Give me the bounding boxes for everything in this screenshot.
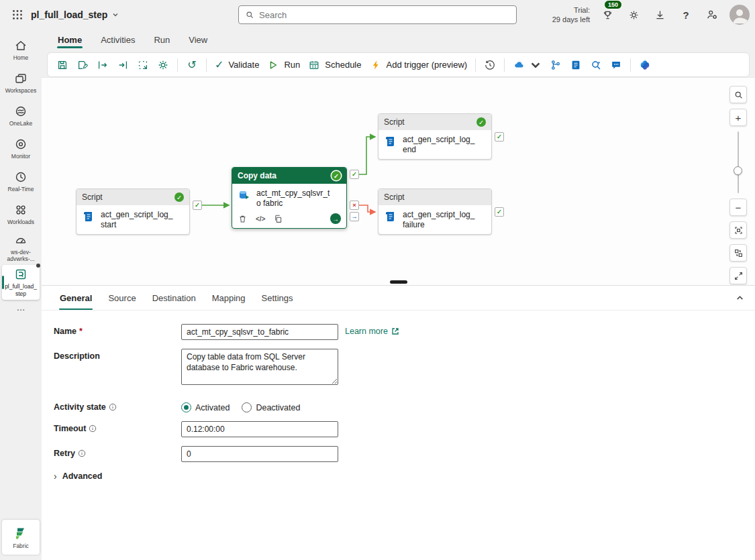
copilot-button[interactable]: [636, 56, 654, 74]
open-activity-icon[interactable]: →: [330, 213, 341, 224]
admin-settings-button[interactable]: [703, 6, 721, 23]
connector-on-success[interactable]: [359, 137, 375, 174]
port-success-start[interactable]: ✓: [193, 201, 202, 210]
import-button[interactable]: [113, 56, 132, 74]
rewards-badge: 150: [604, 0, 622, 9]
tab-activities[interactable]: Activities: [93, 32, 143, 51]
auto-align-button[interactable]: [729, 244, 747, 262]
sidebar-item-home[interactable]: Home: [1, 34, 41, 66]
name-input[interactable]: [181, 324, 338, 340]
sidebar-item-workspace-current[interactable]: ws-dev-advwrks-...: [1, 231, 41, 265]
save-as-button[interactable]: [73, 56, 92, 74]
radio-deactivated[interactable]: Deactivated: [242, 402, 300, 412]
sidebar-item-workspaces[interactable]: Workspaces: [1, 66, 41, 99]
port-success-copy[interactable]: ✓: [350, 170, 359, 179]
toolbar-divider: [630, 58, 631, 72]
info-icon: [109, 403, 117, 411]
toolbar-divider: [475, 58, 476, 72]
source-control-button[interactable]: [546, 56, 565, 74]
run-history-button[interactable]: [481, 56, 499, 74]
delete-icon[interactable]: [238, 214, 248, 224]
tab-run[interactable]: Run: [146, 32, 178, 51]
zoom-handle[interactable]: [734, 166, 742, 175]
duplicate-icon[interactable]: [273, 214, 283, 224]
validate-button[interactable]: ✓ Validate: [211, 56, 262, 74]
branch-icon: [550, 59, 562, 71]
name-row: Name* Learn more: [54, 324, 755, 340]
activity-node-script-failure[interactable]: Script act_gen_script_log_failure: [378, 188, 492, 235]
timeout-row: Timeout: [54, 421, 755, 437]
port-success-failure[interactable]: ✓: [495, 207, 504, 217]
panel-resize-handle[interactable]: [390, 280, 407, 284]
avatar[interactable]: [729, 5, 750, 25]
activity-node-copy-data[interactable]: Copy data ✓ act_mt_cpy_sqlsvr_to fabric …: [232, 167, 347, 229]
activity-state-label: Activity state: [54, 400, 181, 412]
properties-tabs: General Source Destination Mapping Setti…: [42, 286, 755, 311]
connector-on-failure[interactable]: [359, 205, 375, 212]
tab-destination[interactable]: Destination: [145, 289, 203, 310]
activity-node-script-end[interactable]: Script ✓ act_gen_script_log_end: [378, 113, 492, 160]
sidebar-item-monitor[interactable]: Monitor: [1, 132, 41, 165]
port-skip-copy[interactable]: →: [350, 212, 359, 221]
node-name: act_mt_cpy_sqlsvr_to fabric: [256, 188, 330, 209]
success-badge-icon: ✓: [332, 171, 341, 180]
multi-select-button[interactable]: [134, 56, 152, 74]
rewards-button[interactable]: 150: [599, 6, 616, 23]
fit-to-screen-button[interactable]: [729, 221, 747, 239]
download-button[interactable]: [651, 6, 668, 23]
zoom-out-button[interactable]: −: [729, 199, 747, 216]
tab-general[interactable]: General: [52, 289, 99, 310]
canvas-search-button[interactable]: [729, 86, 747, 103]
preview-search-button[interactable]: [587, 56, 605, 74]
global-search-box[interactable]: [238, 5, 517, 24]
radio-activated[interactable]: Activated: [181, 402, 230, 412]
add-trigger-button[interactable]: Add trigger (preview): [366, 56, 471, 74]
pipeline-canvas[interactable]: Script ✓ act_gen_script_log_start Copy d…: [42, 77, 755, 285]
sidebar-item-onelake[interactable]: OneLake: [1, 99, 41, 132]
fabric-home-tile[interactable]: Fabric: [2, 520, 40, 555]
sidebar-more-button[interactable]: …: [17, 302, 26, 313]
zoom-in-button[interactable]: +: [729, 109, 747, 126]
feedback-chat-button[interactable]: [607, 56, 625, 74]
tab-settings[interactable]: Settings: [254, 289, 301, 310]
settings-gear-button[interactable]: [625, 6, 642, 23]
advanced-expander[interactable]: › Advanced: [54, 471, 755, 482]
tab-mapping[interactable]: Mapping: [205, 289, 253, 310]
port-success-end[interactable]: ✓: [495, 132, 504, 142]
zoom-slider[interactable]: [729, 131, 747, 193]
sidebar-item-workloads[interactable]: Workloads: [1, 198, 41, 231]
save-button[interactable]: [53, 56, 72, 74]
sidebar-item-realtime[interactable]: Real-Time: [1, 165, 41, 198]
play-icon: [267, 59, 279, 71]
collapse-canvas-button[interactable]: [729, 267, 747, 284]
pipeline-settings-button[interactable]: [154, 56, 172, 74]
learn-more-link[interactable]: Learn more: [345, 324, 399, 336]
save-icon: [56, 59, 68, 71]
info-icon: [89, 425, 97, 433]
sidebar-item-pipeline-current[interactable]: pl_full_load_ step: [2, 265, 40, 299]
collapse-panel-button[interactable]: [736, 294, 744, 302]
connections-button[interactable]: [509, 56, 545, 74]
export-button[interactable]: [93, 56, 112, 74]
schedule-button[interactable]: Schedule: [305, 56, 364, 74]
timeout-input[interactable]: [181, 421, 338, 437]
retry-input[interactable]: [181, 446, 338, 462]
run-button[interactable]: Run: [264, 56, 303, 74]
notebook-button[interactable]: [566, 56, 585, 74]
tab-home[interactable]: Home: [50, 32, 90, 51]
script-icon: [384, 135, 397, 148]
pipeline-title-dropdown[interactable]: pl_full_load_step: [31, 9, 119, 20]
tab-view[interactable]: View: [181, 32, 215, 51]
activity-node-script-start[interactable]: Script ✓ act_gen_script_log_start: [76, 188, 190, 235]
app-launcher-icon[interactable]: [7, 4, 28, 25]
port-failure-copy[interactable]: ×: [350, 201, 359, 210]
search-input[interactable]: [259, 10, 510, 20]
topbar-actions: Trial: 29 days left 150 ?: [552, 0, 750, 30]
description-input[interactable]: Copy table data from SQL Server database…: [181, 349, 338, 385]
undo-button[interactable]: ↺: [183, 56, 201, 74]
realtime-icon: [14, 170, 28, 184]
code-view-icon[interactable]: </>: [256, 215, 265, 223]
tab-source[interactable]: Source: [101, 289, 143, 310]
notebook-icon: [570, 59, 582, 71]
help-button[interactable]: ?: [677, 6, 695, 23]
